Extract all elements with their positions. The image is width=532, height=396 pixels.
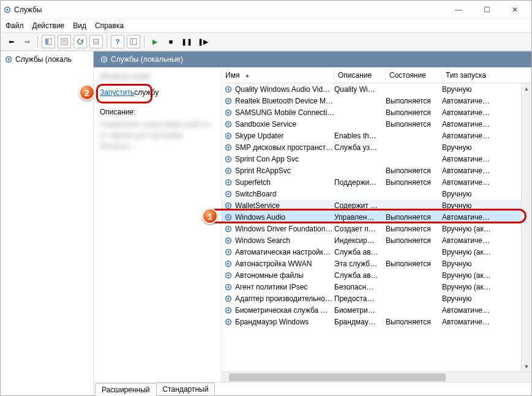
tab-standard[interactable]: Стандартный: [156, 383, 215, 395]
svg-point-53: [227, 309, 230, 312]
scroll-up-icon[interactable]: ▲: [522, 83, 531, 94]
refresh-button[interactable]: [73, 35, 87, 48]
start-service-button[interactable]: ▶: [148, 35, 162, 48]
service-desc: Брандмау…: [334, 318, 386, 326]
service-row[interactable]: Skype UpdaterEnables th…Автоматиче…: [222, 130, 531, 141]
body: Службы (локаль Службы (локальные) Window…: [1, 51, 531, 395]
vertical-scrollbar[interactable]: ▲ ▼: [521, 83, 531, 372]
start-service-link[interactable]: Запустить: [100, 88, 134, 97]
svg-point-13: [103, 58, 105, 61]
service-desc: Служба ав…: [334, 248, 386, 256]
service-name: Sprint Con App Svc: [235, 155, 299, 163]
scroll-down-icon[interactable]: ▼: [522, 361, 531, 372]
service-status: Выполняется: [386, 120, 442, 129]
service-row[interactable]: SuperfetchПоддержи…ВыполняетсяАвтоматиче…: [222, 176, 531, 188]
service-name: SMP дисковых пространст…: [235, 143, 333, 152]
window-title: Службы: [14, 6, 444, 14]
service-row[interactable]: Windows SearchИндексир…ВыполняетсяАвтома…: [222, 234, 531, 246]
view-tabs: Расширенный Стандартный: [94, 382, 531, 395]
service-row[interactable]: WalletServiceСодержит …Вручную: [222, 200, 531, 211]
service-startup: Вручную (ак…: [442, 271, 529, 280]
menu-view[interactable]: Вид: [73, 21, 86, 30]
gear-icon: [224, 85, 233, 94]
col-desc[interactable]: Описание: [334, 67, 386, 83]
service-desc: Эта служб…: [334, 260, 386, 268]
service-startup: Автоматиче…: [442, 132, 529, 140]
service-row[interactable]: Автонастройка WWANЭта служб…ВыполняетсяВ…: [222, 258, 531, 269]
svg-point-19: [227, 111, 230, 114]
service-row[interactable]: SwitchBoardВручную: [222, 188, 531, 200]
minimize-button[interactable]: —: [444, 1, 473, 18]
close-button[interactable]: ✕: [501, 1, 529, 18]
service-row[interactable]: Windows Driver Foundation…Создает п…Выпо…: [222, 223, 531, 234]
service-status: Выполняется: [386, 260, 442, 268]
forward-button[interactable]: ➡: [20, 35, 34, 48]
export-button[interactable]: [89, 35, 103, 48]
gear-icon: [224, 306, 233, 315]
service-row[interactable]: Sprint RcAppSvcВыполняетсяАвтоматиче…: [222, 165, 531, 176]
service-row[interactable]: Брандмауэр WindowsБрандмау…ВыполняетсяАв…: [222, 316, 531, 327]
pause-service-button[interactable]: ❚❚: [180, 35, 193, 48]
service-row[interactable]: Sandboxie ServiceВыполняетсяАвтоматиче…: [222, 118, 531, 130]
service-row[interactable]: Агент политики IPsecБезопасн…Вручную (ак…: [222, 281, 531, 293]
service-name: SAMSUNG Mobile Connecti…: [235, 108, 334, 117]
gear-icon: [224, 155, 233, 163]
properties-button[interactable]: [58, 35, 71, 48]
show-hide-tree-button[interactable]: [42, 35, 55, 48]
svg-point-37: [227, 216, 230, 219]
tree-node-label: Службы (локаль: [15, 55, 72, 64]
service-desc: Индексир…: [334, 236, 386, 245]
menu-file[interactable]: Файл: [6, 21, 24, 30]
gear-icon: [224, 213, 233, 222]
service-row[interactable]: Автоматическая настройк…Служба ав…Вручну…: [222, 246, 531, 258]
service-name: Skype Updater: [235, 132, 283, 140]
back-button[interactable]: ⬅: [4, 35, 18, 48]
start-row: 2 Запустить службу: [100, 88, 215, 97]
svg-point-51: [227, 297, 230, 300]
help2-button[interactable]: i: [127, 35, 140, 48]
svg-point-33: [227, 193, 230, 195]
col-status[interactable]: Состояние: [386, 67, 442, 83]
service-desc: Служба ав…: [334, 271, 386, 280]
col-startup[interactable]: Тип запуска: [442, 67, 531, 83]
service-row[interactable]: Биометрическая служба …Биометри…Автомати…: [222, 304, 531, 316]
service-row[interactable]: Автономные файлыСлужба ав…Вручную (ак…: [222, 269, 531, 281]
service-row[interactable]: SMP дисковых пространст…Служба уз…Вручну…: [222, 141, 531, 153]
service-name: Realtek Bluetooth Device M…: [235, 97, 333, 105]
restart-service-button[interactable]: ❚▶: [196, 35, 209, 48]
svg-point-23: [227, 135, 230, 137]
service-desc: Служба уз…: [334, 143, 386, 152]
service-startup: Автоматиче…: [442, 97, 529, 105]
service-name: Автономные файлы: [235, 271, 304, 280]
menu-help[interactable]: Справка: [95, 21, 124, 30]
service-name: Автонастройка WWAN: [235, 260, 312, 268]
svg-point-25: [227, 146, 230, 149]
rows-container[interactable]: Quality Windows Audio Vid…Quality Wi…Вру…: [222, 83, 531, 372]
service-row[interactable]: Адаптер производительно…Предоста…Вручную: [222, 293, 531, 304]
maximize-button[interactable]: ☐: [473, 1, 501, 18]
gear-icon: [224, 201, 233, 210]
pane-title: Службы (локальные): [111, 55, 183, 64]
gear-icon: [224, 318, 233, 326]
help-button[interactable]: ?: [111, 35, 124, 48]
service-row[interactable]: Sprint Con App SvcАвтоматиче…: [222, 153, 531, 165]
horizontal-scrollbar[interactable]: [222, 372, 531, 382]
tree-node-services[interactable]: Службы (локаль: [3, 54, 91, 65]
col-name[interactable]: Имя▲: [222, 67, 334, 83]
service-row[interactable]: Windows AudioУправлен…ВыполняетсяАвтомат…: [222, 211, 531, 223]
service-status: Выполняется: [386, 97, 442, 105]
description-text: Управление средствами работы со звуком д…: [100, 119, 215, 152]
service-name: Windows Search: [235, 236, 290, 245]
service-row[interactable]: SAMSUNG Mobile Connecti…ВыполняетсяАвтом…: [222, 106, 531, 118]
service-startup: Вручную: [442, 294, 529, 303]
menu-action[interactable]: Действие: [32, 21, 65, 30]
gear-icon: [224, 260, 233, 268]
service-row[interactable]: Quality Windows Audio Vid…Quality Wi…Вру…: [222, 83, 531, 95]
service-row[interactable]: Realtek Bluetooth Device M…ВыполняетсяАв…: [222, 95, 531, 106]
service-startup: Автоматиче…: [442, 155, 529, 163]
gear-icon: [224, 166, 233, 175]
stop-service-button[interactable]: ■: [164, 35, 178, 48]
service-name: Автоматическая настройк…: [235, 248, 331, 256]
gear-icon: [224, 248, 233, 256]
tab-extended[interactable]: Расширенный: [95, 383, 157, 396]
